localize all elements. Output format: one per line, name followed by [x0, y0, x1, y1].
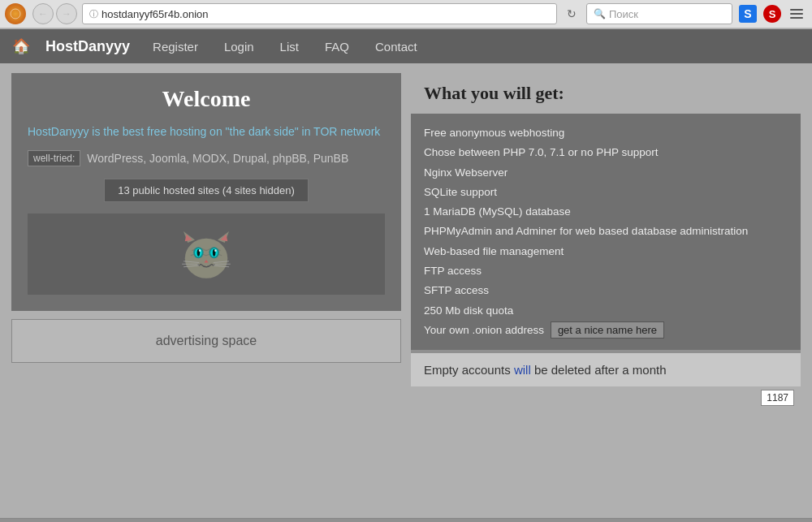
- browser-toolbar: ← → ⓘ hostdanyyf65r4b.onion ↻ 🔍 Поиск S …: [0, 0, 812, 28]
- left-column: Welcome HostDanyyy is the best free host…: [11, 73, 401, 386]
- list-item-9: SFTP access: [424, 281, 788, 300]
- menu-button[interactable]: [786, 3, 807, 24]
- welcome-description: HostDanyyy is the best free hosting on "…: [28, 123, 385, 140]
- list-item-5: 1 MariaDB (MySQL) database: [424, 202, 788, 222]
- back-button[interactable]: ←: [32, 3, 54, 24]
- search-placeholder: Поиск: [609, 8, 638, 20]
- counter-area: 1187: [11, 386, 801, 409]
- nav-buttons: ← →: [32, 3, 77, 24]
- content-grid: Welcome HostDanyyy is the best free host…: [11, 73, 801, 386]
- list-item-10: 250 Mb disk quota: [424, 301, 788, 321]
- home-icon: 🏠: [12, 37, 30, 55]
- search-icon: 🔍: [594, 8, 606, 19]
- advertising-text: advertising space: [156, 334, 257, 348]
- well-tried-text: WordPress, Joomla, MODX, Drupal, phpBB, …: [87, 150, 348, 167]
- nice-name-button[interactable]: get a nice name here: [551, 321, 664, 339]
- refresh-button[interactable]: ↻: [562, 4, 581, 24]
- list-item-4: SQLite support: [424, 183, 788, 202]
- svg-point-1: [185, 239, 228, 278]
- footer: hostdanyyf65r4b.onion: [0, 518, 812, 522]
- address-text: hostdanyyf65r4b.onion: [102, 8, 209, 20]
- nav-login[interactable]: Login: [211, 32, 267, 62]
- secure-icon: ⓘ: [89, 8, 98, 20]
- list-item-1: Free anonymous webhosting: [424, 123, 788, 143]
- list-item-2: Chose between PHP 7.0, 7.1 or no PHP sup…: [424, 143, 788, 162]
- counter-box: 1187: [761, 390, 794, 406]
- menu-line-3: [790, 17, 803, 19]
- svg-point-12: [199, 249, 201, 252]
- right-column: What you will get: Free anonymous webhos…: [411, 73, 801, 386]
- svg-point-0: [11, 9, 20, 19]
- menu-line-1: [790, 9, 803, 11]
- no-script-button[interactable]: S: [762, 3, 783, 24]
- list-item-6: PHPMyAdmin and Adminer for web based dat…: [424, 222, 788, 241]
- list-item-8: FTP access: [424, 261, 788, 281]
- nav-links: Register Login List FAQ Contact: [140, 32, 430, 62]
- well-tried-badge: well-tried:: [28, 150, 80, 166]
- list-item-7: Web-based file management: [424, 242, 788, 261]
- cheshire-panel: [28, 214, 385, 295]
- what-you-get-panel: What you will get: Free anonymous webhos…: [411, 73, 801, 386]
- no-script-icon: S: [763, 5, 781, 23]
- forward-button[interactable]: →: [56, 3, 77, 24]
- well-tried-row: well-tried: WordPress, Joomla, MODX, Dru…: [28, 150, 385, 167]
- svg-point-13: [214, 249, 217, 252]
- firefox-menu-button[interactable]: [5, 3, 26, 24]
- brand-link[interactable]: HostDanyyy: [36, 38, 140, 55]
- nav-faq[interactable]: FAQ: [312, 32, 362, 62]
- list-item-11: Your own .onion address get a nice name …: [424, 321, 788, 340]
- skype-button[interactable]: S: [737, 3, 758, 24]
- what-you-get-header: What you will get:: [411, 73, 801, 114]
- cheshire-cat-image: [178, 226, 235, 283]
- advertising-panel: advertising space: [11, 319, 401, 363]
- home-button[interactable]: 🏠: [6, 32, 36, 61]
- browser-chrome: ← → ⓘ hostdanyyf65r4b.onion ↻ 🔍 Поиск S …: [0, 0, 812, 29]
- hosted-sites-button[interactable]: 13 public hosted sites (4 sites hidden): [104, 179, 309, 202]
- content-area: Welcome HostDanyyy is the best free host…: [0, 63, 812, 518]
- s-icon: S: [739, 5, 757, 23]
- what-you-get-list: Free anonymous webhosting Chose between …: [411, 114, 801, 350]
- search-bar[interactable]: 🔍 Поиск: [586, 3, 732, 24]
- nav-list[interactable]: List: [267, 32, 312, 62]
- menu-line-2: [790, 13, 803, 15]
- nav-contact[interactable]: Contact: [362, 32, 430, 62]
- onion-address-text: Your own .onion address: [424, 324, 544, 336]
- nav-register[interactable]: Register: [140, 32, 211, 62]
- welcome-panel: Welcome HostDanyyy is the best free host…: [11, 73, 401, 311]
- address-bar[interactable]: ⓘ hostdanyyf65r4b.onion: [82, 3, 557, 24]
- list-item-3: Nginx Webserver: [424, 163, 788, 183]
- navigation-bar: 🏠 HostDanyyy Register Login List FAQ Con…: [0, 29, 812, 63]
- browser-icons: S S: [737, 3, 807, 24]
- empty-accounts-panel: Empty accounts will be deleted after a m…: [411, 353, 801, 386]
- welcome-title: Welcome: [28, 86, 385, 112]
